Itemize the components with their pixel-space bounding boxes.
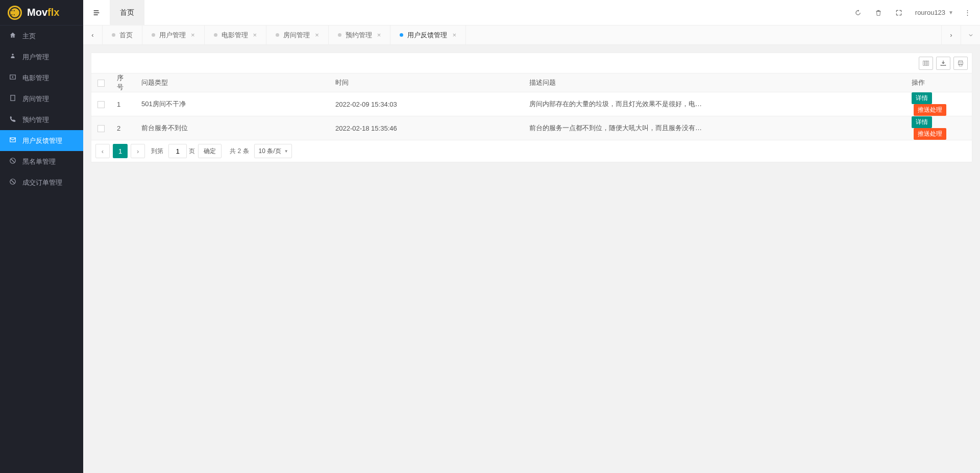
data-table: 序号 问题类型 时间 描述问题 操作 1 501房间不干净 2022-02-09… xyxy=(91,73,972,140)
svg-rect-8 xyxy=(923,61,925,65)
tabs-dropdown[interactable] xyxy=(961,26,980,44)
nav-label: 主页 xyxy=(22,32,36,41)
header-tab-home[interactable]: 首页 xyxy=(110,0,144,26)
tabs-prev[interactable]: ‹ xyxy=(83,26,103,44)
close-icon[interactable]: × xyxy=(377,31,381,39)
export-button[interactable] xyxy=(936,57,950,70)
svg-rect-2 xyxy=(11,95,15,101)
svg-rect-13 xyxy=(959,64,962,66)
tabs-next[interactable]: › xyxy=(941,26,961,44)
nav-item-blacklist[interactable]: 黑名单管理 xyxy=(0,151,83,172)
select-all-checkbox[interactable] xyxy=(97,80,105,87)
more-icon[interactable]: ⋮ xyxy=(960,0,975,26)
nav-label: 电影管理 xyxy=(22,73,49,83)
col-type: 问题类型 xyxy=(135,73,329,92)
svg-line-5 xyxy=(11,159,15,163)
nav-label: 用户管理 xyxy=(22,53,49,62)
data-panel: 序号 问题类型 时间 描述问题 操作 1 501房间不干净 2022-02-09… xyxy=(91,53,972,162)
file-icon xyxy=(9,94,16,103)
tab-dot xyxy=(152,33,155,37)
logo-text: Movflx xyxy=(27,7,59,18)
tab-user[interactable]: 用户管理 × xyxy=(142,26,205,44)
close-icon[interactable]: × xyxy=(452,31,456,39)
cell-desc: 前台的服务一点都不到位，随便大吼大叫，而且服务没有一点耐心… xyxy=(523,116,905,140)
nav-label: 成交订单管理 xyxy=(22,178,62,187)
user-icon xyxy=(9,53,16,61)
logo[interactable]: Movflx xyxy=(0,0,83,26)
home-icon xyxy=(9,32,16,40)
row-checkbox[interactable] xyxy=(97,125,105,132)
mail-icon xyxy=(9,136,16,145)
cell-desc: 房间内部存在的大量的垃圾，而且灯光效果不是很好，电影看的很… xyxy=(523,92,905,116)
nav-item-user[interactable]: 用户管理 xyxy=(0,46,83,67)
user-menu[interactable]: rourou123 ▼ xyxy=(909,0,960,26)
cell-type: 前台服务不到位 xyxy=(135,116,329,140)
pager-goto-input[interactable] xyxy=(168,144,187,158)
tab-dot xyxy=(338,33,341,37)
refresh-icon[interactable] xyxy=(848,0,868,26)
header: 首页 rourou123 ▼ ⋮ xyxy=(83,0,980,26)
table-row: 1 501房间不干净 2022-02-09 15:34:03 房间内部存在的大量… xyxy=(91,92,972,116)
tab-dot xyxy=(276,33,279,37)
svg-rect-9 xyxy=(925,61,927,65)
pager-total: 共 2 条 xyxy=(230,147,249,156)
close-icon[interactable]: × xyxy=(253,31,257,39)
tab-dot xyxy=(112,33,115,37)
tab-feedback[interactable]: 用户反馈管理 × xyxy=(390,26,466,44)
table-row: 2 前台服务不到位 2022-02-18 15:35:46 前台的服务一点都不到… xyxy=(91,116,972,140)
svg-rect-11 xyxy=(959,60,963,62)
svg-rect-12 xyxy=(958,62,963,64)
ban-icon xyxy=(9,157,16,166)
caret-down-icon: ▼ xyxy=(948,10,953,15)
pager-next[interactable]: › xyxy=(131,144,145,158)
pager-confirm[interactable]: 确定 xyxy=(198,144,222,158)
pager-perpage-select[interactable]: 10 条/页 xyxy=(254,144,292,158)
pagination: ‹ 1 › 到第 页 确定 共 2 条 10 条/页 xyxy=(91,140,972,162)
columns-button[interactable] xyxy=(919,57,933,70)
nav-item-home[interactable]: 主页 xyxy=(0,26,83,46)
tab-home[interactable]: 首页 xyxy=(103,26,142,44)
nav-item-feedback[interactable]: 用户反馈管理 xyxy=(0,130,83,151)
cell-type: 501房间不干净 xyxy=(135,92,329,116)
row-checkbox[interactable] xyxy=(97,101,105,108)
close-icon[interactable]: × xyxy=(315,31,319,39)
nav-label: 预约管理 xyxy=(22,115,49,125)
print-button[interactable] xyxy=(953,57,968,70)
tab-movie[interactable]: 电影管理 × xyxy=(205,26,267,44)
col-seq: 序号 xyxy=(111,73,135,92)
pager-prev[interactable]: ‹ xyxy=(95,144,110,158)
svg-rect-10 xyxy=(927,61,928,65)
close-icon[interactable]: × xyxy=(191,31,195,39)
col-time: 时间 xyxy=(329,73,523,92)
nav-item-movie[interactable]: 电影管理 xyxy=(0,67,83,88)
play-icon xyxy=(9,73,16,82)
cell-time: 2022-02-09 15:34:03 xyxy=(329,92,523,116)
sidebar: Movflx 主页 用户管理 电影管理 房间管理 预约管理 用户反馈管理 黑名单… xyxy=(0,0,83,473)
cell-time: 2022-02-18 15:35:46 xyxy=(329,116,523,140)
nav-item-booking[interactable]: 预约管理 xyxy=(0,109,83,130)
detail-button[interactable]: 详情 xyxy=(912,92,932,104)
sidebar-toggle[interactable] xyxy=(83,0,110,26)
table-toolbar xyxy=(91,53,972,73)
fullscreen-icon[interactable] xyxy=(889,0,909,26)
tab-dot xyxy=(400,33,403,37)
logo-icon xyxy=(8,6,22,20)
nav-item-order[interactable]: 成交订单管理 xyxy=(0,172,83,193)
tabs-bar: ‹ 首页 用户管理 × 电影管理 × 房间管理 × 预约管理 × 用户反馈管理 … xyxy=(83,26,980,45)
col-action: 操作 xyxy=(905,73,972,92)
col-desc: 描述问题 xyxy=(523,73,905,92)
trash-icon[interactable] xyxy=(868,0,889,26)
cell-seq: 2 xyxy=(111,116,135,140)
cell-seq: 1 xyxy=(111,92,135,116)
tab-booking[interactable]: 预约管理 × xyxy=(329,26,391,44)
nav-label: 房间管理 xyxy=(22,94,49,104)
tab-room[interactable]: 房间管理 × xyxy=(266,26,329,44)
ban-icon xyxy=(9,178,16,187)
push-button[interactable]: 推送处理 xyxy=(914,104,946,116)
nav-item-room[interactable]: 房间管理 xyxy=(0,88,83,109)
pager-goto-label: 到第 xyxy=(151,147,163,156)
detail-button[interactable]: 详情 xyxy=(912,116,932,128)
pager-page-1[interactable]: 1 xyxy=(113,144,128,158)
svg-point-0 xyxy=(12,54,14,56)
push-button[interactable]: 推送处理 xyxy=(914,128,946,140)
